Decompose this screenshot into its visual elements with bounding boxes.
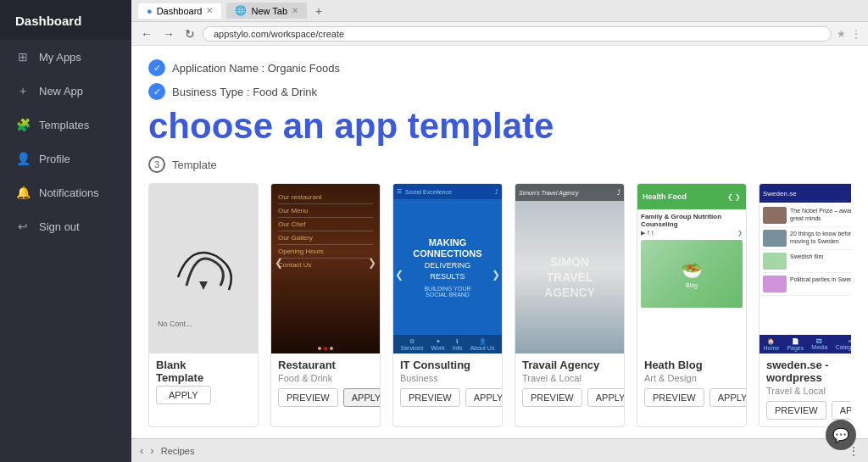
sidebar-label-templates: Templates: [39, 119, 89, 131]
step3-row: 3 Template: [148, 156, 851, 173]
sidebar-item-notifications[interactable]: 🔔 Notifications: [0, 175, 131, 209]
travel-header-icons: ⤴: [617, 189, 620, 197]
sweden-list-item-4: Political parties in Sweden: [761, 273, 851, 296]
restaurant-template-info: Restaurant Food & Drink PREVIEW APPLY: [271, 353, 380, 414]
step3-circle: 3: [148, 156, 165, 173]
travail-btn-row: PREVIEW APPLY: [522, 388, 617, 407]
heath-template-category: Art & Design: [644, 373, 739, 383]
heath-header: Health Food ❮ ❯: [637, 184, 746, 209]
step2-text: Business Type : Food & Drink: [172, 86, 317, 98]
dot1: [318, 347, 321, 350]
sweden-header-title: Sweden.se: [763, 190, 851, 198]
sweden-template-info: sweden.se - wordpress Travel & Local PRE…: [760, 353, 851, 426]
travel-header-logo-text: Simon's Travel Agency: [519, 190, 579, 196]
sweden-nav-home: 🏠Home: [764, 338, 780, 351]
sidebar-item-my-apps[interactable]: ⊞ My Apps: [0, 40, 131, 74]
templates-icon: 🧩: [15, 117, 31, 132]
tab-dashboard-label: Dashboard: [157, 6, 203, 16]
forward-button[interactable]: →: [160, 25, 177, 42]
travail-template-info: Travail Agency Travel & Local PREVIEW AP…: [515, 353, 624, 414]
restaurant-template-name: Restaurant: [278, 359, 373, 371]
it-body: MAKINGCONNECTIONSDELIVERINGRESULTS BUILD…: [393, 199, 502, 335]
chat-bubble[interactable]: 💬: [826, 420, 856, 450]
refresh-button[interactable]: ↻: [182, 25, 198, 42]
step2-check: ✓: [148, 83, 165, 100]
it-header-share: ⤴: [495, 189, 498, 195]
it-arrow-right[interactable]: ❯: [492, 269, 500, 281]
sidebar-item-templates[interactable]: 🧩 Templates: [0, 108, 131, 142]
travail-apply-button[interactable]: APPLY: [587, 388, 625, 407]
heath-facebook-icon: f: [648, 230, 649, 237]
sweden-template-category: Travel & Local: [766, 386, 851, 396]
it-template-name: IT Consulting: [400, 359, 495, 371]
travail-preview-button[interactable]: PREVIEW: [522, 388, 582, 407]
restaurant-arrow-left[interactable]: ❮: [275, 257, 283, 269]
heath-preview-button[interactable]: PREVIEW: [644, 388, 704, 407]
sweden-bottom-nav: 🏠Home 📄Pages 🖼Media ≡Categories: [760, 335, 851, 353]
restaurant-preview-button[interactable]: PREVIEW: [278, 388, 338, 407]
tab-new-tab[interactable]: 🌐 New Tab ✕: [226, 3, 307, 19]
travail-template-name: Travail Agency: [522, 359, 617, 371]
dot3: [330, 347, 333, 350]
sidebar-label-profile: Profile: [39, 153, 70, 165]
it-nav-work: ✦Work: [431, 338, 445, 351]
sidebar: Dashboard ⊞ My Apps + New App 🧩 Template…: [0, 0, 131, 462]
sidebar-title: Dashboard: [0, 0, 131, 40]
blank-template-name: BlankTemplate: [156, 359, 251, 384]
template-card-travail-agency: Simon's Travel Agency ⤴ SIMONTRAVELAGENC…: [515, 183, 625, 427]
new-tab-button[interactable]: +: [315, 4, 322, 18]
it-template-category: Business: [400, 373, 495, 383]
heath-header-arrow: ❮ ❯: [727, 193, 741, 201]
tab-dashboard[interactable]: ● Dashboard ✕: [138, 3, 221, 19]
address-bar[interactable]: appstylo.com/workspace/create: [203, 26, 832, 42]
settings-icon: ⋮: [851, 28, 861, 40]
sidebar-item-sign-out[interactable]: ↩ Sign out: [0, 209, 131, 243]
step2-row: ✓ Business Type : Food & Drink: [148, 83, 851, 100]
new-app-icon: +: [15, 83, 31, 98]
sweden-nav-media: 🖼Media: [811, 338, 827, 350]
tab-dashboard-close[interactable]: ✕: [206, 6, 213, 15]
sweden-preview-button[interactable]: PREVIEW: [766, 401, 826, 420]
tab-new-tab-close[interactable]: ✕: [292, 6, 298, 15]
heath-blog-preview: Health Food ❮ ❯ Family & Group Nutrition…: [637, 184, 746, 353]
sidebar-item-profile[interactable]: 👤 Profile: [0, 142, 131, 175]
blank-btn-row: APPLY: [156, 386, 251, 404]
sweden-nav-pages: 📄Pages: [787, 338, 804, 351]
restaurant-arrow-right[interactable]: ❯: [368, 257, 376, 269]
address-bar-row: ← → ↻ appstylo.com/workspace/create ★ ⋮: [131, 22, 868, 46]
it-big-text: MAKINGCONNECTIONSDELIVERINGRESULTS: [413, 237, 481, 282]
restaurant-apply-button[interactable]: APPLY: [343, 388, 381, 407]
tab-new-tab-label: New Tab: [251, 6, 287, 16]
travail-template-category: Travel & Local: [522, 373, 617, 383]
template-grid: No Cont... BlankTemplate APPLY Our resta…: [148, 183, 851, 434]
heath-youtube-icon: ▶: [641, 230, 645, 237]
heath-btn-row: PREVIEW APPLY: [644, 388, 739, 407]
heath-twitter-icon: t: [652, 230, 654, 237]
heath-template-info: Heath Blog Art & Design PREVIEW APPLY: [637, 353, 746, 414]
blank-apply-button[interactable]: APPLY: [156, 386, 211, 404]
heath-img-placeholder: 🥗 Blog: [641, 240, 743, 308]
blank-sketch-icon: [170, 235, 237, 303]
bottom-nav-prev[interactable]: ‹: [140, 444, 143, 457]
sweden-apply-button[interactable]: APPLY: [832, 401, 851, 420]
step1-check: ✓: [148, 59, 165, 76]
heath-apply-button[interactable]: APPLY: [709, 388, 747, 407]
my-apps-icon: ⊞: [15, 49, 31, 64]
it-preview-button[interactable]: PREVIEW: [400, 388, 460, 407]
it-arrow-left[interactable]: ❮: [395, 269, 403, 281]
back-button[interactable]: ←: [138, 25, 155, 42]
sidebar-item-new-app[interactable]: + New App: [0, 74, 131, 108]
sweden-list-item-1: The Nobel Prize – awarding great minds: [761, 204, 851, 227]
it-apply-button[interactable]: APPLY: [465, 388, 503, 407]
bottom-nav-next[interactable]: ›: [150, 444, 153, 457]
template-card-blank: No Cont... BlankTemplate APPLY: [148, 183, 259, 427]
it-nav-about: 👤About Us: [470, 338, 495, 351]
heath-template-name: Heath Blog: [644, 359, 739, 371]
sweden-list-item-2: 20 things to know before moving to Swede…: [761, 227, 851, 250]
sidebar-label-sign-out: Sign out: [39, 220, 80, 233]
it-template-info: IT Consulting Business PREVIEW APPLY: [393, 353, 502, 414]
it-nav: ⚙Services ✦Work ℹInfo 👤About Us: [393, 335, 502, 353]
blank-preview: No Cont...: [149, 184, 258, 353]
sidebar-label-new-app: New App: [39, 85, 83, 97]
sweden-template-name: sweden.se - wordpress: [766, 359, 851, 384]
